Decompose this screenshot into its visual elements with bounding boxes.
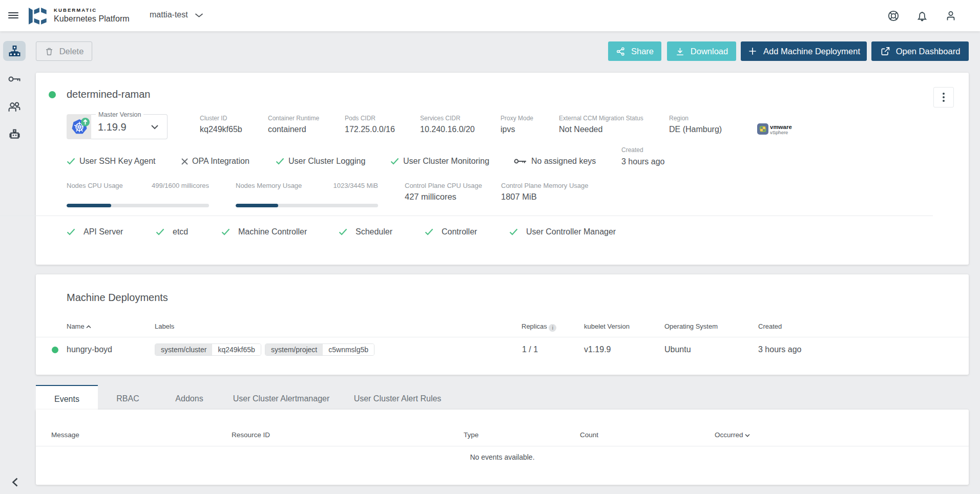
svg-text:vSphere: vSphere	[770, 130, 788, 135]
